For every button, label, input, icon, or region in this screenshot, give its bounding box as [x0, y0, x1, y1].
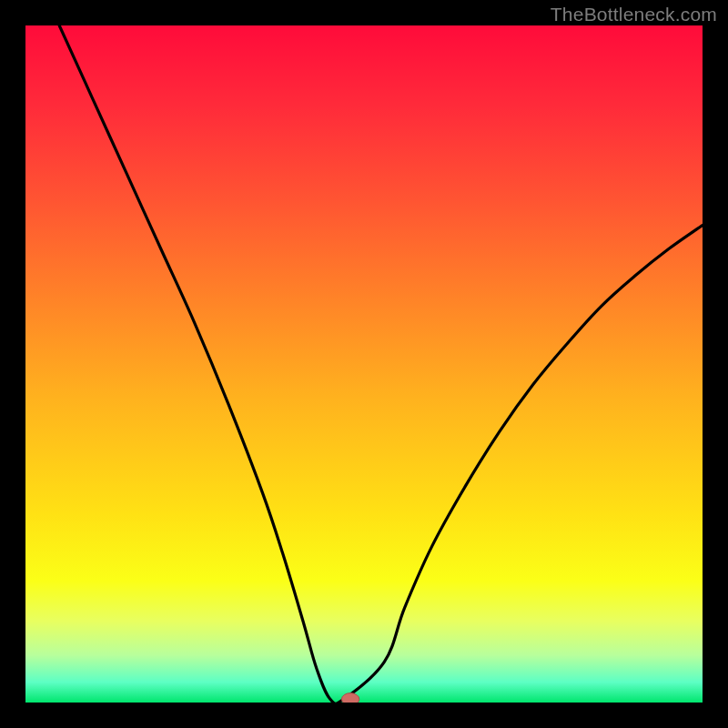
bottleneck-curve-path	[59, 25, 703, 703]
minimum-marker	[341, 693, 359, 703]
watermark-text: TheBottleneck.com	[551, 4, 717, 25]
plot-area	[25, 25, 703, 703]
bottleneck-curve-svg	[25, 25, 703, 703]
chart-frame: TheBottleneck.com	[0, 0, 728, 728]
